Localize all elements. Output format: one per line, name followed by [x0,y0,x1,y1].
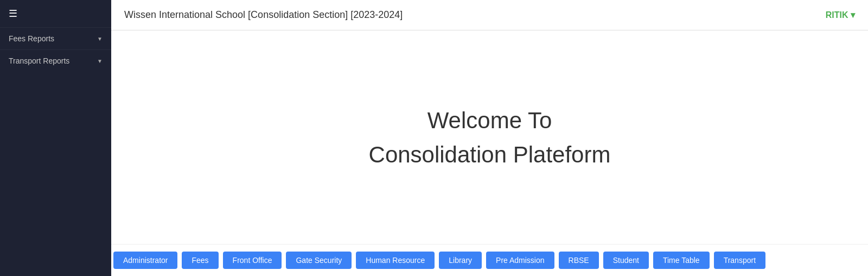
welcome-message: Welcome To Consolidation Plateform [369,103,611,172]
main-area: Wissen International School [Consolidati… [111,0,868,276]
footer-btn-human-resource[interactable]: Human Resource [356,252,435,269]
sidebar-menu-icon[interactable]: ☰ [0,0,111,27]
footer-btn-transport[interactable]: Transport [714,252,765,269]
footer-btn-front-office[interactable]: Front Office [223,252,282,269]
sidebar: ☰ Fees Reports ▼ Transport Reports ▼ [0,0,111,276]
footer-btn-library[interactable]: Library [439,252,482,269]
footer-btn-student[interactable]: Student [603,252,649,269]
welcome-line2: Consolidation Plateform [369,137,611,172]
sidebar-item-transport-reports[interactable]: Transport Reports ▼ [0,49,111,72]
sidebar-transport-reports-label: Transport Reports [9,57,69,65]
sidebar-item-fees-reports[interactable]: Fees Reports ▼ [0,27,111,49]
footer-btn-rbse[interactable]: RBSE [559,252,599,269]
chevron-down-icon: ▼ [97,58,103,64]
chevron-down-icon: ▼ [97,36,103,42]
footer-nav: AdministratorFeesFront OfficeGate Securi… [111,244,868,276]
footer-btn-administrator[interactable]: Administrator [113,252,177,269]
welcome-content: Welcome To Consolidation Plateform [111,30,868,244]
sidebar-fees-reports-label: Fees Reports [9,34,54,43]
footer-btn-gate-security[interactable]: Gate Security [286,252,352,269]
user-menu[interactable]: RITIK ▾ [826,10,855,20]
topbar: Wissen International School [Consolidati… [111,0,868,30]
topbar-title: Wissen International School [Consolidati… [124,9,403,21]
footer-btn-time-table[interactable]: Time Table [653,252,710,269]
welcome-line1: Welcome To [369,103,611,137]
footer-btn-fees[interactable]: Fees [182,252,218,269]
footer-btn-pre-admission[interactable]: Pre Admission [486,252,554,269]
